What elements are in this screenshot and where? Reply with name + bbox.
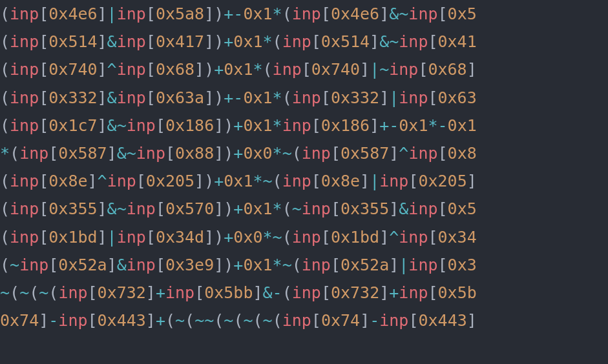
code-line[interactable]: *(inp[0x587]&~inp[0x88])+0x0*~(inp[0x587… (0, 139, 608, 167)
code-line[interactable]: (inp[0x8e]^inp[0x205])+0x1*~(inp[0x8e]|i… (0, 167, 608, 195)
code-line[interactable]: (inp[0x4e6]|inp[0x5a8])+-0x1*(inp[0x4e6]… (0, 0, 608, 28)
code-line[interactable]: ~(~(~(inp[0x732]+inp[0x5bb]&-(inp[0x732]… (0, 279, 608, 307)
code-line[interactable]: (inp[0x514]&inp[0x417])+0x1*(inp[0x514]&… (0, 28, 608, 56)
code-line[interactable]: (inp[0x1c7]&~inp[0x186])+0x1*inp[0x186]+… (0, 112, 608, 139)
code-line[interactable]: (inp[0x355]&~inp[0x570])+0x1*(~inp[0x355… (0, 195, 608, 223)
code-line[interactable]: 0x74]-inp[0x443]+(~(~~(~(~(~(inp[0x74]-i… (0, 307, 608, 334)
code-line[interactable]: (inp[0x332]&inp[0x63a])+-0x1*(inp[0x332]… (0, 84, 608, 112)
code-line[interactable]: (inp[0x1bd]|inp[0x34d])+0x0*~(inp[0x1bd]… (0, 223, 608, 251)
code-line[interactable]: (~inp[0x52a]&inp[0x3e9])+0x1*~(inp[0x52a… (0, 251, 608, 279)
code-line[interactable]: (inp[0x740]^inp[0x68])+0x1*(inp[0x740]|~… (0, 56, 608, 83)
code-editor-viewport[interactable]: (inp[0x4e6]|inp[0x5a8])+-0x1*(inp[0x4e6]… (0, 0, 608, 334)
